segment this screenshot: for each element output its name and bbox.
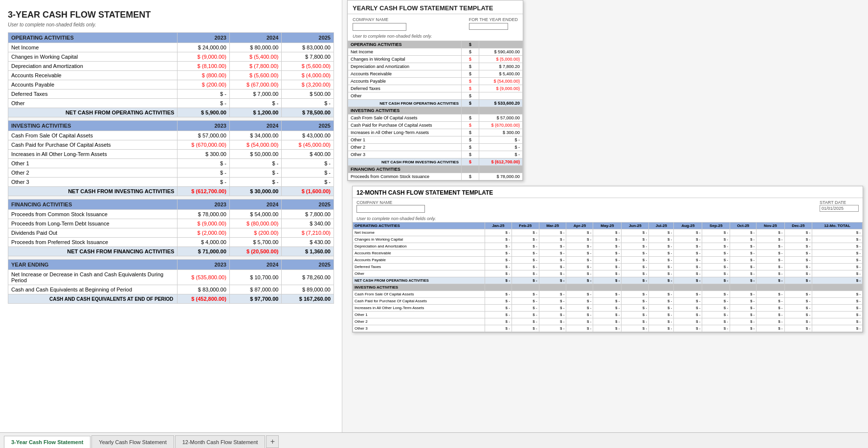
m-inv-cell-5-3[interactable]: $ -	[566, 325, 593, 332]
inv-2024-3[interactable]: $ -	[229, 159, 282, 168]
m-op-cell-5-12[interactable]: $ -	[812, 264, 863, 270]
m-inv-cell-3-1[interactable]: $ -	[512, 312, 539, 318]
m-op-cell-2-10[interactable]: $ -	[757, 243, 784, 250]
m-inv-cell-2-9[interactable]: $ -	[730, 305, 756, 312]
m-op-cell-3-2[interactable]: $ -	[539, 250, 566, 257]
m-inv-cell-5-6[interactable]: $ -	[649, 325, 674, 332]
m-op-cell-1-11[interactable]: $ -	[784, 236, 812, 243]
m-op-cell-3-8[interactable]: $ -	[702, 250, 730, 257]
m-op-cell-2-5[interactable]: $ -	[622, 243, 649, 250]
y-op-r5-amt[interactable]: $ (9,000.00)	[479, 85, 522, 92]
m-inv-cell-0-1[interactable]: $ -	[512, 291, 539, 298]
m-op-cell-0-5[interactable]: $ -	[622, 229, 649, 236]
m-op-cell-6-4[interactable]: $ -	[593, 270, 622, 277]
op-2023-5[interactable]: $ -	[178, 90, 230, 99]
m-op-cell-0-6[interactable]: $ -	[649, 229, 674, 236]
tab-3year[interactable]: 3-Year Cash Flow Statement	[4, 436, 90, 448]
fin-2024-0[interactable]: $ 54,000.00	[229, 210, 282, 219]
m-inv-cell-0-8[interactable]: $ -	[702, 291, 730, 298]
tab-yearly[interactable]: Yearly Cash Flow Statement	[91, 435, 174, 448]
yearly-company-input[interactable]	[353, 23, 406, 31]
m-op-cell-3-7[interactable]: $ -	[674, 250, 702, 257]
m-inv-cell-5-9[interactable]: $ -	[730, 325, 756, 332]
inv-2024-2[interactable]: $ 50,000.00	[229, 150, 282, 159]
m-op-cell-4-3[interactable]: $ -	[566, 257, 593, 264]
m-inv-cell-2-6[interactable]: $ -	[649, 305, 674, 312]
m-inv-cell-2-1[interactable]: $ -	[512, 305, 539, 312]
m-inv-cell-4-9[interactable]: $ -	[730, 318, 756, 325]
m-inv-cell-4-6[interactable]: $ -	[649, 318, 674, 325]
fin-2025-3[interactable]: $ 430.00	[282, 238, 334, 247]
m-inv-cell-3-12[interactable]: $ -	[812, 312, 863, 318]
op-2023-4[interactable]: $ (200.00)	[178, 80, 230, 90]
m-op-cell-3-4[interactable]: $ -	[593, 250, 622, 257]
m-op-cell-1-8[interactable]: $ -	[702, 236, 730, 243]
inv-2023-1[interactable]: $ (670,000.00)	[178, 140, 230, 150]
m-op-cell-3-3[interactable]: $ -	[566, 250, 593, 257]
m-inv-cell-1-7[interactable]: $ -	[674, 298, 702, 305]
m-op-cell-2-8[interactable]: $ -	[702, 243, 730, 250]
m-op-cell-6-8[interactable]: $ -	[702, 270, 730, 277]
tab-monthly[interactable]: 12-Month Cash Flow Statement	[175, 435, 266, 448]
m-inv-cell-5-10[interactable]: $ -	[757, 325, 784, 332]
m-inv-cell-0-2[interactable]: $ -	[539, 291, 566, 298]
m-op-cell-2-9[interactable]: $ -	[730, 243, 756, 250]
fin-2024-1[interactable]: $ (80,000.00)	[229, 219, 282, 228]
ye-2024-1[interactable]: $ 87,000.00	[229, 285, 282, 294]
m-inv-cell-1-3[interactable]: $ -	[566, 298, 593, 305]
y-op-r0-amt[interactable]: $ 590,400.00	[479, 48, 522, 56]
m-op-cell-6-1[interactable]: $ -	[512, 270, 539, 277]
fin-2023-3[interactable]: $ 4,000.00	[178, 238, 230, 247]
m-op-cell-1-9[interactable]: $ -	[730, 236, 756, 243]
m-inv-cell-4-1[interactable]: $ -	[512, 318, 539, 325]
y-inv-r3-amt[interactable]: $ -	[479, 136, 522, 144]
m-inv-cell-3-3[interactable]: $ -	[566, 312, 593, 318]
y-inv-r0-amt[interactable]: $ 57,000.00	[479, 114, 522, 122]
m-op-cell-3-12[interactable]: $ -	[812, 250, 863, 257]
y-op-r2-amt[interactable]: $ 7,800.20	[479, 63, 522, 70]
op-2023-1[interactable]: $ (9,000.00)	[178, 52, 230, 62]
m-inv-cell-3-6[interactable]: $ -	[649, 312, 674, 318]
m-inv-cell-3-11[interactable]: $ -	[784, 312, 812, 318]
m-inv-cell-3-4[interactable]: $ -	[593, 312, 622, 318]
inv-2025-1[interactable]: $ (45,000.00)	[282, 140, 334, 150]
inv-2025-5[interactable]: $ -	[282, 178, 334, 187]
m-inv-cell-4-3[interactable]: $ -	[566, 318, 593, 325]
monthly-start-date[interactable]: 01/01/2025	[820, 205, 859, 212]
op-2024-4[interactable]: $ (67,000.00)	[229, 80, 282, 90]
m-inv-cell-1-12[interactable]: $ -	[812, 298, 863, 305]
m-op-cell-2-1[interactable]: $ -	[512, 243, 539, 250]
op-2025-3[interactable]: $ (4,000.00)	[282, 71, 334, 80]
m-op-cell-2-6[interactable]: $ -	[649, 243, 674, 250]
m-op-cell-2-12[interactable]: $ -	[812, 243, 863, 250]
fin-2025-2[interactable]: $ (7,210.00)	[282, 228, 334, 238]
m-op-cell-2-11[interactable]: $ -	[784, 243, 812, 250]
inv-2023-5[interactable]: $ -	[178, 178, 230, 187]
m-inv-cell-4-2[interactable]: $ -	[539, 318, 566, 325]
fin-2024-3[interactable]: $ 5,700.00	[229, 238, 282, 247]
m-op-cell-0-9[interactable]: $ -	[730, 229, 756, 236]
m-op-cell-4-5[interactable]: $ -	[622, 257, 649, 264]
m-inv-cell-4-11[interactable]: $ -	[784, 318, 812, 325]
m-inv-cell-1-8[interactable]: $ -	[702, 298, 730, 305]
m-op-cell-5-4[interactable]: $ -	[593, 264, 622, 270]
op-2023-6[interactable]: $ -	[178, 99, 230, 108]
m-op-cell-6-2[interactable]: $ -	[539, 270, 566, 277]
op-2025-5[interactable]: $ 500.00	[282, 90, 334, 99]
m-op-cell-4-2[interactable]: $ -	[539, 257, 566, 264]
m-op-cell-4-10[interactable]: $ -	[757, 257, 784, 264]
y-inv-r1-amt[interactable]: $ (670,000.00)	[479, 122, 522, 129]
m-op-cell-1-7[interactable]: $ -	[674, 236, 702, 243]
m-op-cell-6-3[interactable]: $ -	[566, 270, 593, 277]
m-inv-cell-5-2[interactable]: $ -	[539, 325, 566, 332]
m-op-cell-4-6[interactable]: $ -	[649, 257, 674, 264]
inv-2024-0[interactable]: $ 34,000.00	[229, 131, 282, 140]
m-inv-cell-0-10[interactable]: $ -	[757, 291, 784, 298]
m-op-cell-0-12[interactable]: $ -	[812, 229, 863, 236]
fin-2023-2[interactable]: $ (2,000.00)	[178, 228, 230, 238]
y-fin-r0-amt[interactable]: $ 78,000.00	[479, 173, 522, 180]
fin-2025-1[interactable]: $ 340.00	[282, 219, 334, 228]
m-op-cell-2-4[interactable]: $ -	[593, 243, 622, 250]
m-op-cell-6-0[interactable]: $ -	[485, 270, 512, 277]
m-inv-cell-5-7[interactable]: $ -	[674, 325, 702, 332]
